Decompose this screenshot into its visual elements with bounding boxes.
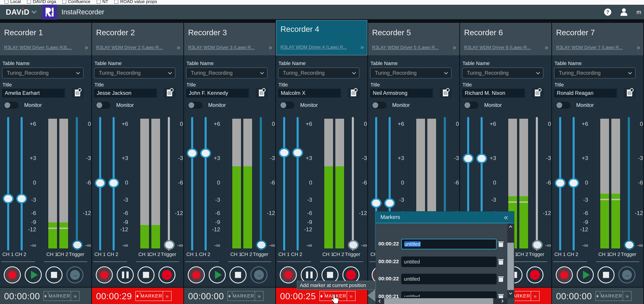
- driver-expand-icon[interactable]: »: [177, 44, 180, 51]
- fader-track-ch1[interactable]: [7, 117, 9, 251]
- scroll-down-arrow[interactable]: [507, 290, 514, 297]
- monitor-toggle[interactable]: [188, 102, 202, 109]
- next-take-button[interactable]: →: [526, 266, 544, 284]
- driver-link[interactable]: R3LAY WDM Driver 2 (Lawo R...: [96, 45, 174, 50]
- recorder-header[interactable]: Recorder 6 R3LAY WDM Driver 6 (Lawo R...…: [460, 23, 551, 55]
- monitor-toggle[interactable]: [372, 102, 386, 109]
- stop-button[interactable]: [46, 266, 62, 284]
- scroll-up-arrow[interactable]: [507, 223, 514, 230]
- collapse-panel-icon[interactable]: «: [504, 213, 508, 222]
- monitor-toggle[interactable]: [556, 102, 570, 109]
- marker-name-input[interactable]: untitled: [401, 239, 497, 249]
- recorder-header[interactable]: Recorder 3 R3LAY WDM Driver 3 (Lawo R...…: [184, 23, 275, 55]
- fader-handle-ch1[interactable]: [555, 178, 566, 188]
- title-input[interactable]: Jesse Jackson: [94, 89, 157, 97]
- chevron-down-icon[interactable]: [31, 8, 37, 14]
- horizontal-scroll-thumb[interactable]: [384, 298, 493, 304]
- fader-handle-ch1[interactable]: [95, 178, 106, 188]
- marker-button[interactable]: ♦+MARKER »: [44, 291, 80, 301]
- driver-expand-icon[interactable]: »: [545, 44, 548, 51]
- marker-button[interactable]: ♦+MARKER »: [136, 291, 172, 301]
- title-lookup-button[interactable]: [256, 88, 268, 98]
- fader-handle-ch1[interactable]: [371, 198, 382, 208]
- title-input[interactable]: John F. Kennedy: [186, 89, 249, 97]
- marker-expand-icon[interactable]: »: [623, 292, 631, 301]
- monitor-toggle[interactable]: [96, 102, 110, 109]
- next-take-button[interactable]: →: [66, 266, 84, 284]
- marker-name-input[interactable]: untitled: [401, 257, 497, 267]
- table-name-select[interactable]: Turing_Recording: [462, 68, 544, 78]
- driver-expand-icon[interactable]: »: [637, 44, 640, 51]
- monitor-toggle[interactable]: [4, 102, 18, 109]
- bookmark-item[interactable]: Local: [4, 0, 21, 4]
- play-pause-button[interactable]: [209, 266, 226, 284]
- title-input[interactable]: Neil Armstrong: [370, 89, 433, 97]
- marker-expand-icon[interactable]: »: [163, 292, 171, 301]
- driver-link[interactable]: R3LAY WDM Driver 3 (Lawo R...: [188, 45, 266, 50]
- bookmark-item[interactable]: ROAD value props: [114, 0, 157, 4]
- title-input[interactable]: Amelia Earhart: [2, 89, 65, 97]
- record-button[interactable]: [188, 266, 205, 284]
- title-lookup-button[interactable]: [624, 88, 636, 98]
- marker-expand-icon[interactable]: »: [347, 292, 355, 301]
- help-icon[interactable]: ?: [604, 8, 611, 16]
- scroll-right-arrow[interactable]: [498, 298, 506, 304]
- title-lookup-button[interactable]: [440, 88, 452, 98]
- stop-button[interactable]: [230, 266, 246, 284]
- fader-handle-ch1[interactable]: [463, 154, 474, 163]
- marker-expand-icon[interactable]: »: [531, 292, 539, 301]
- driver-link[interactable]: R3LAY WDM Driver (Lawo R3L...: [4, 45, 82, 50]
- david-logo[interactable]: DAVıD: [6, 8, 30, 16]
- horizontal-scrollbar[interactable]: [376, 298, 507, 304]
- title-input[interactable]: Ronald Reagan: [554, 89, 617, 97]
- fader-track-ch1[interactable]: [191, 117, 193, 251]
- monitor-toggle[interactable]: [464, 102, 478, 109]
- record-button[interactable]: [96, 266, 113, 284]
- marker-expand-icon[interactable]: »: [255, 292, 263, 301]
- title-lookup-button[interactable]: [532, 88, 544, 98]
- monitor-toggle[interactable]: [280, 102, 294, 109]
- next-take-button[interactable]: →: [158, 266, 176, 284]
- table-name-select[interactable]: Turing_Recording: [554, 68, 636, 78]
- driver-link[interactable]: R3LAY WDM Driver 4 (Lawo R...: [280, 45, 358, 50]
- recorder-header[interactable]: Recorder 4 R3LAY WDM Driver 4 (Lawo R...…: [276, 20, 367, 55]
- driver-expand-icon[interactable]: »: [85, 44, 88, 51]
- table-name-select[interactable]: Turing_Recording: [278, 68, 360, 78]
- driver-expand-icon[interactable]: »: [360, 43, 364, 51]
- fader-handle-ch1[interactable]: [187, 148, 198, 158]
- title-lookup-button[interactable]: [348, 88, 360, 98]
- scroll-left-arrow[interactable]: [376, 298, 384, 304]
- next-take-button[interactable]: →: [618, 266, 636, 284]
- next-take-button[interactable]: →: [250, 266, 268, 284]
- delete-marker-icon[interactable]: [499, 277, 503, 282]
- play-pause-button[interactable]: [25, 266, 42, 284]
- marker-button[interactable]: ♦+MARKER »: [228, 291, 264, 301]
- record-button[interactable]: [556, 266, 573, 284]
- table-name-select[interactable]: Turing_Recording: [2, 68, 84, 78]
- bookmark-item[interactable]: Confluence: [62, 0, 90, 4]
- panel-resize-handle[interactable]: [368, 289, 375, 302]
- title-input[interactable]: Malcolm X: [278, 89, 341, 97]
- title-input[interactable]: Richard M. Nixon: [462, 89, 525, 97]
- fader-handle-ch1[interactable]: [279, 148, 290, 158]
- vertical-scroll-thumb[interactable]: [507, 243, 514, 297]
- play-pause-button[interactable]: [117, 266, 134, 284]
- bookmark-item[interactable]: DAVID orga: [27, 0, 56, 4]
- fader-handle-ch1[interactable]: [3, 194, 14, 204]
- marker-button[interactable]: ♦+MARKER »: [596, 291, 632, 301]
- user-icon[interactable]: [620, 8, 628, 16]
- recorder-header[interactable]: Recorder 5 R3LAY WDM Driver 5 (Lawo R...…: [368, 23, 459, 55]
- driver-expand-icon[interactable]: »: [453, 44, 456, 51]
- driver-link[interactable]: R3LAY WDM Driver 6 (Lawo R...: [464, 45, 542, 50]
- marker-expand-icon[interactable]: »: [71, 292, 79, 301]
- play-pause-button[interactable]: [577, 266, 594, 284]
- table-name-select[interactable]: Turing_Recording: [186, 68, 268, 78]
- delete-marker-icon[interactable]: [499, 259, 503, 265]
- fader-track-ch1[interactable]: [283, 117, 285, 251]
- stop-button[interactable]: [598, 266, 614, 284]
- title-lookup-button[interactable]: [72, 88, 84, 98]
- stop-button[interactable]: [138, 266, 154, 284]
- record-button[interactable]: [280, 266, 297, 284]
- title-lookup-button[interactable]: [164, 88, 176, 98]
- recorder-header[interactable]: Recorder 1 R3LAY WDM Driver (Lawo R3L...…: [0, 23, 91, 55]
